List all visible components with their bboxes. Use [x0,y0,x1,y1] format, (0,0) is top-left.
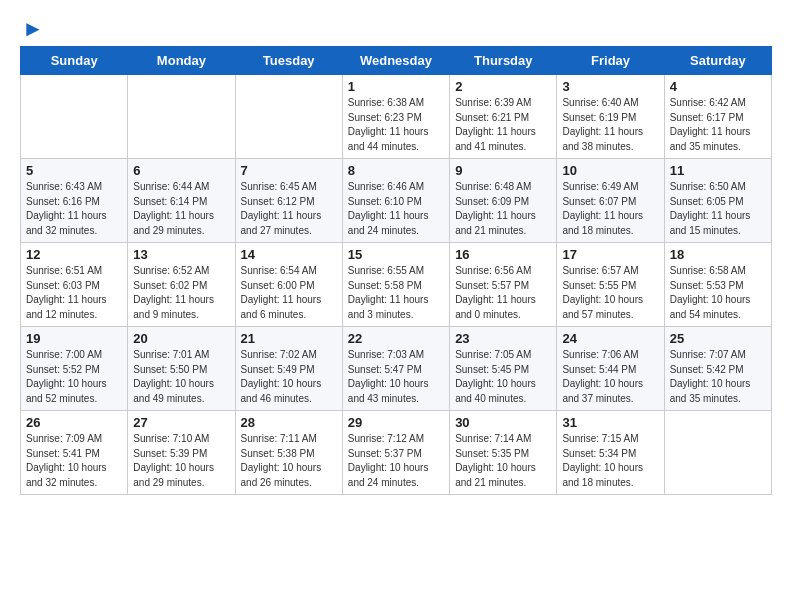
day-number: 8 [348,163,444,178]
calendar-week-row: 19Sunrise: 7:00 AM Sunset: 5:52 PM Dayli… [21,327,772,411]
day-number: 1 [348,79,444,94]
day-number: 5 [26,163,122,178]
calendar-cell: 24Sunrise: 7:06 AM Sunset: 5:44 PM Dayli… [557,327,664,411]
day-number: 19 [26,331,122,346]
calendar-cell: 21Sunrise: 7:02 AM Sunset: 5:49 PM Dayli… [235,327,342,411]
day-info: Sunrise: 7:11 AM Sunset: 5:38 PM Dayligh… [241,432,337,490]
logo-line: ► [20,16,44,42]
day-number: 6 [133,163,229,178]
day-info: Sunrise: 6:50 AM Sunset: 6:05 PM Dayligh… [670,180,766,238]
page: ► SundayMondayTuesdayWednesdayThursdayFr… [0,0,792,515]
calendar-cell: 4Sunrise: 6:42 AM Sunset: 6:17 PM Daylig… [664,75,771,159]
calendar-day-header: Friday [557,47,664,75]
day-info: Sunrise: 6:43 AM Sunset: 6:16 PM Dayligh… [26,180,122,238]
day-info: Sunrise: 7:06 AM Sunset: 5:44 PM Dayligh… [562,348,658,406]
day-number: 3 [562,79,658,94]
calendar-day-header: Saturday [664,47,771,75]
calendar-day-header: Wednesday [342,47,449,75]
day-info: Sunrise: 6:39 AM Sunset: 6:21 PM Dayligh… [455,96,551,154]
day-info: Sunrise: 7:02 AM Sunset: 5:49 PM Dayligh… [241,348,337,406]
calendar-cell [21,75,128,159]
calendar-header-row: SundayMondayTuesdayWednesdayThursdayFrid… [21,47,772,75]
day-number: 26 [26,415,122,430]
day-info: Sunrise: 6:48 AM Sunset: 6:09 PM Dayligh… [455,180,551,238]
calendar-cell: 22Sunrise: 7:03 AM Sunset: 5:47 PM Dayli… [342,327,449,411]
day-info: Sunrise: 7:00 AM Sunset: 5:52 PM Dayligh… [26,348,122,406]
day-info: Sunrise: 6:54 AM Sunset: 6:00 PM Dayligh… [241,264,337,322]
day-number: 9 [455,163,551,178]
day-number: 16 [455,247,551,262]
day-number: 17 [562,247,658,262]
calendar-cell: 25Sunrise: 7:07 AM Sunset: 5:42 PM Dayli… [664,327,771,411]
calendar-cell: 31Sunrise: 7:15 AM Sunset: 5:34 PM Dayli… [557,411,664,495]
calendar-cell: 28Sunrise: 7:11 AM Sunset: 5:38 PM Dayli… [235,411,342,495]
day-info: Sunrise: 7:05 AM Sunset: 5:45 PM Dayligh… [455,348,551,406]
day-info: Sunrise: 6:51 AM Sunset: 6:03 PM Dayligh… [26,264,122,322]
day-info: Sunrise: 7:01 AM Sunset: 5:50 PM Dayligh… [133,348,229,406]
calendar-cell: 1Sunrise: 6:38 AM Sunset: 6:23 PM Daylig… [342,75,449,159]
calendar-cell: 14Sunrise: 6:54 AM Sunset: 6:00 PM Dayli… [235,243,342,327]
calendar-cell: 6Sunrise: 6:44 AM Sunset: 6:14 PM Daylig… [128,159,235,243]
calendar-cell: 7Sunrise: 6:45 AM Sunset: 6:12 PM Daylig… [235,159,342,243]
calendar-day-header: Monday [128,47,235,75]
day-info: Sunrise: 7:03 AM Sunset: 5:47 PM Dayligh… [348,348,444,406]
day-number: 29 [348,415,444,430]
day-number: 14 [241,247,337,262]
day-number: 4 [670,79,766,94]
day-number: 24 [562,331,658,346]
day-number: 15 [348,247,444,262]
calendar-cell: 3Sunrise: 6:40 AM Sunset: 6:19 PM Daylig… [557,75,664,159]
day-info: Sunrise: 6:56 AM Sunset: 5:57 PM Dayligh… [455,264,551,322]
calendar-cell: 26Sunrise: 7:09 AM Sunset: 5:41 PM Dayli… [21,411,128,495]
day-number: 30 [455,415,551,430]
day-number: 11 [670,163,766,178]
day-info: Sunrise: 6:49 AM Sunset: 6:07 PM Dayligh… [562,180,658,238]
day-info: Sunrise: 7:07 AM Sunset: 5:42 PM Dayligh… [670,348,766,406]
calendar-day-header: Tuesday [235,47,342,75]
day-info: Sunrise: 7:10 AM Sunset: 5:39 PM Dayligh… [133,432,229,490]
day-number: 25 [670,331,766,346]
day-info: Sunrise: 6:42 AM Sunset: 6:17 PM Dayligh… [670,96,766,154]
day-number: 18 [670,247,766,262]
calendar-cell: 19Sunrise: 7:00 AM Sunset: 5:52 PM Dayli… [21,327,128,411]
day-info: Sunrise: 6:45 AM Sunset: 6:12 PM Dayligh… [241,180,337,238]
calendar-day-header: Thursday [450,47,557,75]
calendar-cell: 23Sunrise: 7:05 AM Sunset: 5:45 PM Dayli… [450,327,557,411]
day-number: 13 [133,247,229,262]
calendar-week-row: 5Sunrise: 6:43 AM Sunset: 6:16 PM Daylig… [21,159,772,243]
logo: ► [20,16,44,38]
logo-bird-icon: ► [22,16,44,42]
day-info: Sunrise: 7:12 AM Sunset: 5:37 PM Dayligh… [348,432,444,490]
calendar-cell: 13Sunrise: 6:52 AM Sunset: 6:02 PM Dayli… [128,243,235,327]
day-number: 2 [455,79,551,94]
calendar-week-row: 26Sunrise: 7:09 AM Sunset: 5:41 PM Dayli… [21,411,772,495]
calendar: SundayMondayTuesdayWednesdayThursdayFrid… [20,46,772,495]
day-number: 22 [348,331,444,346]
calendar-cell [235,75,342,159]
calendar-cell: 27Sunrise: 7:10 AM Sunset: 5:39 PM Dayli… [128,411,235,495]
day-info: Sunrise: 6:38 AM Sunset: 6:23 PM Dayligh… [348,96,444,154]
day-info: Sunrise: 7:09 AM Sunset: 5:41 PM Dayligh… [26,432,122,490]
calendar-cell: 18Sunrise: 6:58 AM Sunset: 5:53 PM Dayli… [664,243,771,327]
day-number: 10 [562,163,658,178]
day-info: Sunrise: 7:14 AM Sunset: 5:35 PM Dayligh… [455,432,551,490]
calendar-cell: 12Sunrise: 6:51 AM Sunset: 6:03 PM Dayli… [21,243,128,327]
calendar-cell: 16Sunrise: 6:56 AM Sunset: 5:57 PM Dayli… [450,243,557,327]
day-number: 27 [133,415,229,430]
calendar-cell [664,411,771,495]
day-info: Sunrise: 6:40 AM Sunset: 6:19 PM Dayligh… [562,96,658,154]
calendar-cell: 20Sunrise: 7:01 AM Sunset: 5:50 PM Dayli… [128,327,235,411]
calendar-cell: 11Sunrise: 6:50 AM Sunset: 6:05 PM Dayli… [664,159,771,243]
day-info: Sunrise: 6:55 AM Sunset: 5:58 PM Dayligh… [348,264,444,322]
day-info: Sunrise: 6:46 AM Sunset: 6:10 PM Dayligh… [348,180,444,238]
day-number: 7 [241,163,337,178]
day-number: 31 [562,415,658,430]
header: ► [20,16,772,38]
day-number: 21 [241,331,337,346]
calendar-day-header: Sunday [21,47,128,75]
day-info: Sunrise: 7:15 AM Sunset: 5:34 PM Dayligh… [562,432,658,490]
calendar-cell: 5Sunrise: 6:43 AM Sunset: 6:16 PM Daylig… [21,159,128,243]
calendar-cell: 9Sunrise: 6:48 AM Sunset: 6:09 PM Daylig… [450,159,557,243]
calendar-cell: 17Sunrise: 6:57 AM Sunset: 5:55 PM Dayli… [557,243,664,327]
calendar-cell [128,75,235,159]
